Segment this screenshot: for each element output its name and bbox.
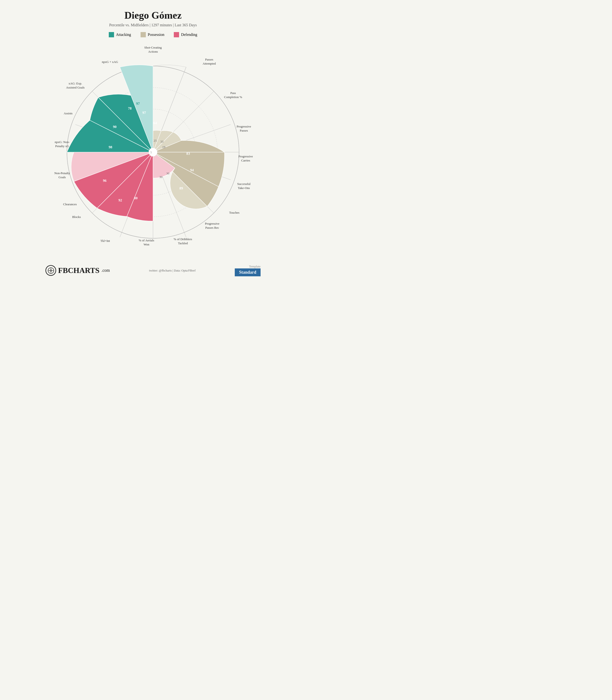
radar-chart: 64 25 33 19 83 94 89 30 30 80 92 96 5 98… <box>45 44 261 260</box>
svg-text:98: 98 <box>109 145 112 149</box>
svg-text:25: 25 <box>154 139 157 142</box>
logo-circle <box>45 265 56 276</box>
defending-label: Defending <box>181 32 197 37</box>
svg-text:33: 33 <box>161 140 164 143</box>
footer: FBCHARTS.com twitter: @fbcharts | Data: … <box>45 265 261 276</box>
svg-text:92: 92 <box>119 198 122 202</box>
label-npxg-xag: npxG + xAG <box>97 60 123 64</box>
label-tkl-int: Tkl+Int <box>96 239 115 243</box>
attacking-label: Attacking <box>116 32 131 37</box>
svg-text:90: 90 <box>113 125 117 129</box>
label-xag: xAG: Exp.Assisted Goals <box>60 82 91 90</box>
svg-text:64: 64 <box>153 121 157 125</box>
label-passes-attempted: PassesAttempted <box>197 58 221 66</box>
svg-text:97: 97 <box>142 111 146 115</box>
label-dribblers-tackled: % of DribblersTackled <box>170 237 196 245</box>
label-shot-creating: Shot-CreatingActions <box>139 46 167 54</box>
template-box: Template Standard <box>235 265 261 276</box>
svg-text:30: 30 <box>159 175 163 179</box>
label-touches: Touches <box>225 211 244 215</box>
svg-point-21 <box>149 148 157 157</box>
label-progressive-carries: ProgressiveCarries <box>232 154 260 163</box>
label-non-penalty-goals: Non-PenaltyGoals <box>49 171 75 179</box>
template-label: Template <box>235 265 261 268</box>
footer-credit: twitter: @fbcharts | Data: Opta/FBref <box>149 269 196 272</box>
page-subtitle: Percentile vs. Midfielders | 1297 minute… <box>109 23 197 27</box>
svg-text:89: 89 <box>180 186 183 190</box>
attacking-color-box <box>109 32 114 37</box>
label-clearances: Clearances <box>59 202 81 206</box>
label-pass-completion: PassCompletion % <box>220 91 246 99</box>
template-value: Standard <box>235 268 261 276</box>
svg-text:5: 5 <box>150 151 152 154</box>
branding: FBCHARTS.com <box>45 265 110 276</box>
legend-possession: Possession <box>141 32 164 37</box>
label-prog-passes-rec: ProgressivePasses Rec <box>198 222 226 230</box>
legend-defending: Defending <box>174 32 197 37</box>
svg-text:94: 94 <box>190 168 194 172</box>
svg-text:97: 97 <box>136 102 140 106</box>
defending-color-box <box>174 32 179 37</box>
possession-color-box <box>141 32 146 37</box>
label-progressive-passes: ProgressivePasses <box>231 125 257 133</box>
svg-text:83: 83 <box>186 152 190 156</box>
svg-text:78: 78 <box>128 106 132 110</box>
label-npxg: npxG: Non-Penalty xG <box>48 140 76 148</box>
label-assists: Assists <box>59 111 78 116</box>
legend-attacking: Attacking <box>109 32 131 37</box>
svg-text:96: 96 <box>103 179 107 183</box>
label-aerials-won: % of AerialsWon <box>134 239 159 247</box>
svg-text:19: 19 <box>162 145 165 149</box>
svg-text:30: 30 <box>166 172 169 175</box>
possession-label: Possession <box>148 32 164 37</box>
svg-text:80: 80 <box>134 196 138 200</box>
logo-text: FBCHARTS <box>58 266 99 275</box>
label-successful-take-ons: SuccessfulTake-Ons <box>231 182 257 190</box>
radar-svg: 64 25 33 19 83 94 89 30 30 80 92 96 5 98… <box>45 44 261 260</box>
label-blocks: Blocks <box>67 215 86 219</box>
page-title: Diego Gómez <box>124 10 181 21</box>
legend: Attacking Possession Defending <box>109 32 197 37</box>
logo-com: .com <box>101 268 110 273</box>
